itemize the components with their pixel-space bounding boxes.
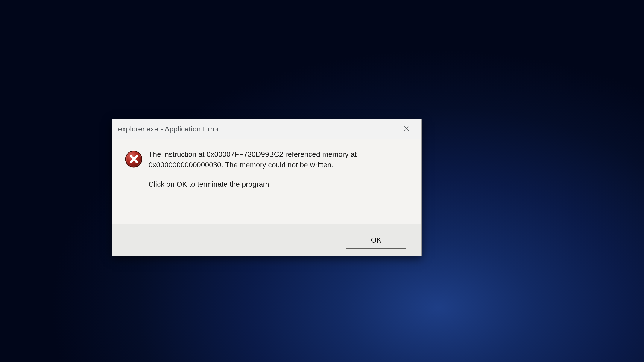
- close-button[interactable]: [397, 122, 416, 137]
- dialog-titlebar[interactable]: explorer.exe - Application Error: [112, 119, 422, 139]
- error-message-line1: The instruction at 0x00007FF730D99BC2 re…: [148, 149, 405, 170]
- desktop-background: explorer.exe - Application Error: [0, 0, 644, 362]
- dialog-icon-cell: [125, 149, 148, 220]
- error-message-line2: Click on OK to terminate the program: [148, 179, 405, 189]
- dialog-footer: OK: [112, 224, 422, 256]
- error-icon: [125, 150, 142, 168]
- ok-button[interactable]: OK: [346, 232, 406, 249]
- dialog-content: The instruction at 0x00007FF730D99BC2 re…: [112, 139, 422, 224]
- close-icon: [403, 125, 410, 133]
- dialog-message: The instruction at 0x00007FF730D99BC2 re…: [148, 149, 411, 220]
- dialog-title: explorer.exe - Application Error: [118, 125, 397, 133]
- error-dialog: explorer.exe - Application Error: [112, 119, 422, 256]
